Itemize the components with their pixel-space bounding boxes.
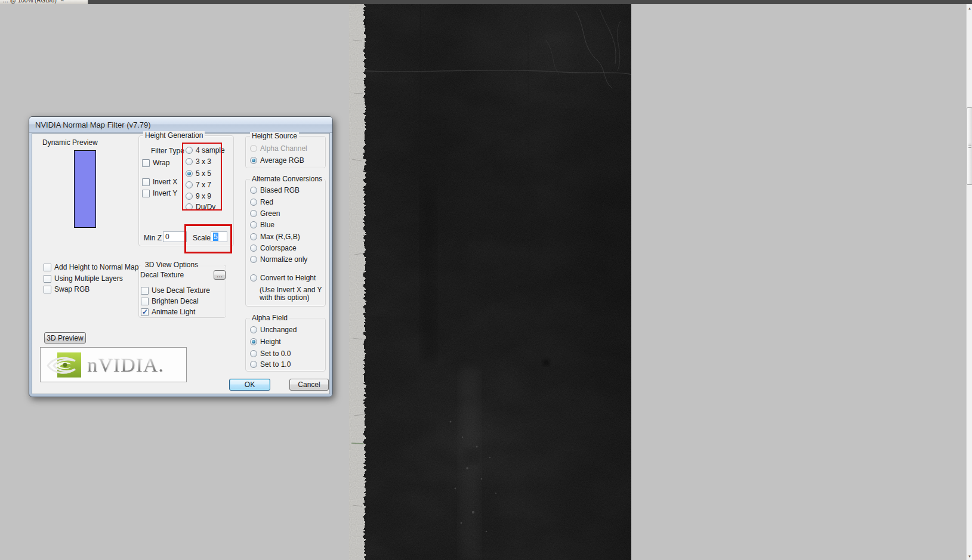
checkbox-icon[interactable] xyxy=(142,178,150,186)
radio-disabled-icon xyxy=(250,145,257,152)
add-height-checkbox[interactable]: Add Height to Normal Map xyxy=(44,263,138,271)
radio-icon[interactable] xyxy=(250,187,257,194)
radio-max-rgb[interactable]: Max (R,G,B) xyxy=(250,233,300,241)
checkbox-icon[interactable] xyxy=(44,275,51,283)
multiple-layers-checkbox[interactable]: Using Multiple Layers xyxy=(44,274,123,283)
checkbox-checked-icon[interactable] xyxy=(141,308,149,316)
cancel-button[interactable]: Cancel xyxy=(289,379,329,391)
document-canvas[interactable] xyxy=(349,4,631,560)
radio-selected-icon[interactable] xyxy=(250,338,257,345)
invert-y-checkbox[interactable]: Invert Y xyxy=(142,189,177,197)
document-tab-label: … @ 100% (RGB/8) xyxy=(2,0,57,4)
decal-browse-button[interactable]: ... xyxy=(214,270,226,280)
wrap-checkbox[interactable]: Wrap xyxy=(142,159,169,167)
checkbox-icon[interactable] xyxy=(142,190,150,197)
radio-colorspace[interactable]: Colorspace xyxy=(250,244,297,252)
document-tab[interactable]: … @ 100% (RGB/8) ✕ xyxy=(0,0,88,4)
alternate-conversions-title: Alternate Conversions xyxy=(250,175,324,183)
height-generation-title: Height Generation xyxy=(143,131,205,140)
swap-rgb-checkbox[interactable]: Swap RGB xyxy=(44,285,90,293)
annotation-rect-filter-type xyxy=(182,143,222,211)
invert-x-checkbox[interactable]: Invert X xyxy=(142,178,177,186)
radio-green[interactable]: Green xyxy=(250,209,280,218)
radio-height[interactable]: Height xyxy=(250,338,281,346)
dialog-title: NVIDIA Normal Map Filter (v7.79) xyxy=(35,120,151,129)
dialog-titlebar[interactable]: NVIDIA Normal Map Filter (v7.79) xyxy=(29,117,332,133)
close-icon[interactable]: ✕ xyxy=(60,0,65,3)
convert-note-line1: (Use Invert X and Y xyxy=(260,286,322,294)
checkbox-icon[interactable] xyxy=(142,159,150,167)
radio-unchanged[interactable]: Unchanged xyxy=(250,326,297,334)
radio-blue[interactable]: Blue xyxy=(250,221,274,229)
app-top-strip: … @ 100% (RGB/8) ✕ xyxy=(0,0,972,4)
annotation-rect-scale xyxy=(184,224,232,253)
dynamic-preview-label: Dynamic Preview xyxy=(42,138,98,147)
min-z-input[interactable]: 0 xyxy=(163,231,187,242)
radio-icon[interactable] xyxy=(250,210,257,217)
view-options-title: 3D View Options xyxy=(143,261,200,269)
alpha-field-title: Alpha Field xyxy=(250,314,289,322)
min-z-label: Min Z xyxy=(144,234,162,242)
brighten-decal-checkbox[interactable]: Brighten Decal xyxy=(141,297,199,305)
radio-set-to-1[interactable]: Set to 1.0 xyxy=(250,360,291,369)
radio-red[interactable]: Red xyxy=(250,198,273,206)
radio-icon[interactable] xyxy=(250,326,257,333)
scrollbar-thumb[interactable] xyxy=(967,107,972,185)
checkbox-icon[interactable] xyxy=(141,298,149,305)
filter-type-label: Filter Type xyxy=(151,147,184,155)
radio-icon[interactable] xyxy=(250,233,257,240)
checkbox-icon[interactable] xyxy=(141,287,149,295)
radio-biased-rgb[interactable]: Biased RGB xyxy=(250,186,300,194)
nvidia-eye-icon xyxy=(45,351,82,379)
nvidia-logo: nVIDIA. xyxy=(40,347,187,382)
3d-preview-button[interactable]: 3D Preview xyxy=(44,332,86,344)
use-decal-texture-checkbox[interactable]: Use Decal Texture xyxy=(141,286,210,295)
radio-set-to-0[interactable]: Set to 0.0 xyxy=(250,349,291,358)
ok-button[interactable]: OK xyxy=(229,379,270,391)
scroll-up-icon[interactable]: ▲ xyxy=(967,4,972,12)
radio-icon[interactable] xyxy=(250,274,257,281)
scroll-down-icon[interactable]: ▼ xyxy=(967,552,972,560)
scrollbar-grip xyxy=(968,144,971,148)
radio-convert-to-height[interactable]: Convert to Height xyxy=(250,274,316,282)
texture-overlay xyxy=(349,4,631,560)
radio-icon[interactable] xyxy=(250,245,257,252)
radio-icon[interactable] xyxy=(250,221,257,228)
dynamic-preview-swatch xyxy=(74,150,96,228)
radio-selected-icon[interactable] xyxy=(250,157,257,164)
radio-icon[interactable] xyxy=(250,199,257,206)
nvidia-brand-text: nVIDIA. xyxy=(87,354,164,376)
decal-texture-label: Decal Texture xyxy=(140,271,184,279)
height-source-title: Height Source xyxy=(250,132,299,140)
radio-icon[interactable] xyxy=(250,350,257,357)
checkbox-icon[interactable] xyxy=(44,286,51,293)
vertical-scrollbar[interactable]: ▲ ▼ xyxy=(966,4,972,560)
convert-note-line2: with this option) xyxy=(260,293,309,302)
radio-icon[interactable] xyxy=(250,256,257,263)
animate-light-checkbox[interactable]: Animate Light xyxy=(141,308,195,316)
radio-alpha-channel: Alpha Channel xyxy=(250,144,307,153)
nvidia-normal-map-filter-dialog: NVIDIA Normal Map Filter (v7.79) Dynamic… xyxy=(29,116,333,397)
radio-icon[interactable] xyxy=(250,361,257,368)
checkbox-icon[interactable] xyxy=(44,264,51,271)
radio-average-rgb[interactable]: Average RGB xyxy=(250,156,304,165)
radio-normalize-only[interactable]: Normalize only xyxy=(250,255,307,264)
